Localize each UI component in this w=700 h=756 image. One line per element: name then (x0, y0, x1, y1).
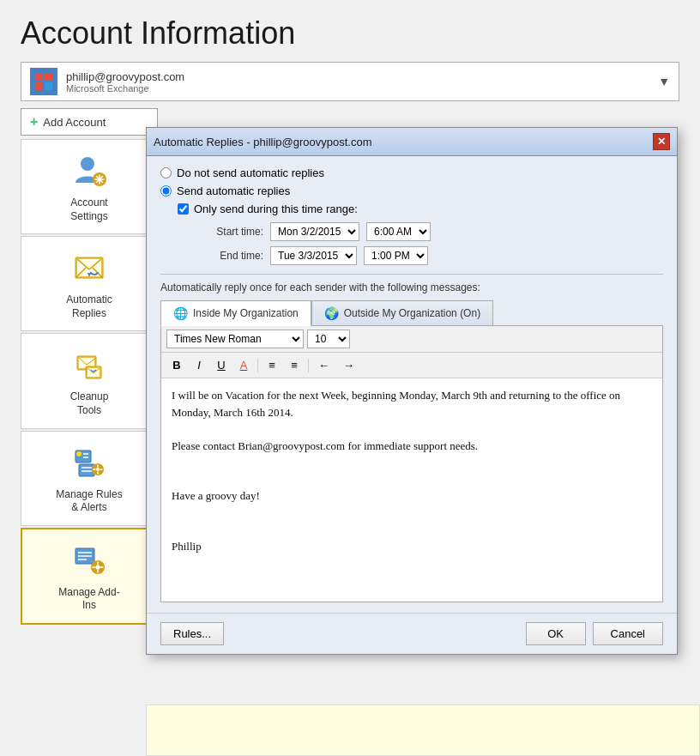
sidebar-item-manage-addins[interactable]: Manage Add-Ins (21, 528, 158, 625)
time-range-checkbox[interactable] (178, 203, 189, 215)
increase-indent-button[interactable]: → (337, 356, 360, 374)
send-reply-label[interactable]: Send automatic replies (177, 184, 290, 197)
end-time-select[interactable]: 1:00 PM (364, 246, 428, 265)
main-container: Account Information phillip@groovypost.c… (0, 0, 700, 756)
tab-outside-org[interactable]: 🌍 Outside My Organization (On) (311, 300, 493, 326)
end-time-row: End time: Tue 3/3/2015 1:00 PM (195, 246, 663, 265)
sticky-note (146, 705, 700, 756)
globe-outside-icon: 🌍 (324, 306, 339, 320)
sidebar: + Add Account AccountSettings (21, 108, 158, 709)
svg-rect-0 (35, 73, 43, 81)
no-reply-label[interactable]: Do not send automatic replies (177, 166, 324, 179)
underline-button[interactable]: U (211, 356, 232, 374)
start-time-label: Start time: (195, 226, 263, 238)
bold-button[interactable]: B (166, 356, 187, 374)
time-range-label[interactable]: Only send during this time range: (194, 203, 358, 215)
svg-rect-1 (45, 73, 52, 81)
account-icon (30, 68, 57, 95)
add-account-label: Add Account (43, 116, 106, 129)
no-reply-radio[interactable] (160, 167, 172, 178)
auto-reply-description: Automatically reply once for each sender… (160, 274, 663, 293)
tab-inside-label: Inside My Organization (193, 307, 299, 319)
editor-area: Times New Roman 10 B I U A ≡ ≡ ← (160, 325, 663, 602)
manage-rules-icon (69, 442, 110, 483)
manage-rules-label: Manage Rules& Alerts (56, 488, 122, 515)
bullets-button[interactable]: ≡ (262, 356, 282, 374)
automatic-replies-icon (69, 247, 110, 288)
footer-right: OK Cancel (526, 622, 663, 645)
cancel-button[interactable]: Cancel (593, 622, 663, 645)
dialog-close-button[interactable]: ✕ (653, 133, 670, 150)
cleanup-tools-label: CleanupTools (70, 390, 109, 417)
radio-row-send: Send automatic replies (160, 184, 663, 197)
svg-point-28 (96, 468, 100, 471)
numbering-button[interactable]: ≡ (284, 356, 305, 374)
account-bar[interactable]: phillip@groovypost.com Microsoft Exchang… (21, 62, 679, 101)
toolbar-divider-1 (257, 359, 258, 372)
decrease-indent-button[interactable]: ← (312, 356, 335, 374)
message-body[interactable]: I will be on Vacation for the next Week,… (161, 378, 662, 602)
checkbox-time-range-row: Only send during this time range: (178, 203, 663, 215)
dialog-body: Do not send automatic replies Send autom… (147, 156, 677, 613)
send-reply-radio[interactable] (160, 185, 172, 197)
account-info: phillip@groovypost.com Microsoft Exchang… (66, 70, 658, 94)
automatic-replies-label: AutomaticReplies (66, 293, 112, 320)
svg-rect-3 (45, 82, 52, 90)
font-name-select[interactable]: Times New Roman (166, 330, 304, 348)
font-toolbar: Times New Roman 10 (161, 326, 662, 353)
svg-point-34 (96, 565, 100, 569)
svg-rect-2 (35, 82, 43, 90)
dialog-title: Automatic Replies - phillip@groovypost.c… (154, 136, 372, 148)
start-date-select[interactable]: Mon 3/2/2015 (270, 222, 359, 241)
page-title: Account Information (0, 0, 700, 62)
account-dropdown-arrow: ▼ (658, 75, 670, 88)
start-time-row: Start time: Mon 3/2/2015 6:00 AM (195, 222, 663, 241)
format-toolbar: B I U A ≡ ≡ ← → (161, 353, 662, 378)
rules-button[interactable]: Rules... (160, 622, 224, 645)
plus-icon: + (30, 114, 38, 130)
manage-addins-label: Manage Add-Ins (58, 586, 119, 613)
sidebar-item-automatic-replies[interactable]: AutomaticReplies (21, 236, 158, 331)
dialog-titlebar: Automatic Replies - phillip@groovypost.c… (147, 128, 677, 156)
globe-inside-icon: 🌐 (173, 306, 188, 320)
radio-row-no-reply: Do not send automatic replies (160, 166, 663, 179)
font-size-select[interactable]: 10 (307, 330, 350, 348)
end-time-label: End time: (195, 250, 263, 262)
account-type: Microsoft Exchange (66, 83, 658, 94)
svg-point-6 (98, 178, 102, 182)
ok-button[interactable]: OK (526, 622, 586, 645)
account-email: phillip@groovypost.com (66, 70, 658, 83)
tab-inside-org[interactable]: 🌐 Inside My Organization (160, 300, 311, 326)
manage-addins-icon (69, 540, 110, 581)
automatic-replies-dialog: Automatic Replies - phillip@groovypost.c… (146, 127, 678, 655)
svg-point-4 (81, 157, 94, 171)
tab-outside-label: Outside My Organization (On) (344, 307, 480, 319)
dialog-footer: Rules... OK Cancel (147, 613, 677, 654)
font-color-button[interactable]: A (233, 356, 254, 374)
start-time-select[interactable]: 6:00 AM (366, 222, 431, 241)
italic-button[interactable]: I (189, 356, 209, 374)
tabs-container: 🌐 Inside My Organization 🌍 Outside My Or… (160, 300, 663, 326)
account-settings-icon (69, 150, 110, 191)
toolbar-divider-2 (308, 359, 309, 372)
svg-point-21 (76, 451, 81, 457)
cleanup-tools-icon (69, 344, 110, 385)
sidebar-item-manage-rules[interactable]: Manage Rules& Alerts (21, 431, 158, 526)
add-account-button[interactable]: + Add Account (21, 108, 158, 136)
sidebar-item-cleanup-tools[interactable]: CleanupTools (21, 333, 158, 428)
sidebar-item-account-settings[interactable]: AccountSettings (21, 139, 158, 234)
account-settings-label: AccountSettings (70, 197, 107, 223)
end-date-select[interactable]: Tue 3/3/2015 (270, 246, 357, 265)
